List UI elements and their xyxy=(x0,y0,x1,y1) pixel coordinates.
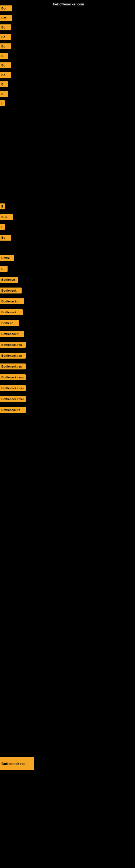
btn-28[interactable]: Bottleneck resu xyxy=(0,385,26,391)
btn-14[interactable]: | xyxy=(0,224,5,230)
btn-18[interactable]: Bottlenec xyxy=(0,277,18,283)
btn-25[interactable]: Bottleneck res xyxy=(0,352,26,359)
btn-4[interactable]: Bo xyxy=(0,34,11,40)
btn-8[interactable]: Bo xyxy=(0,72,11,78)
btn-22[interactable]: Bottlene xyxy=(0,320,19,326)
bottleneck-res-detection[interactable]: Bottleneck res xyxy=(0,757,34,770)
btn-23[interactable]: Bottleneck r xyxy=(0,331,24,337)
btn-3[interactable]: Bo xyxy=(0,24,11,30)
btn-5[interactable]: Bo xyxy=(0,43,11,50)
btn-27[interactable]: Bottleneck resu xyxy=(0,374,26,380)
btn-21[interactable]: Bottleneck xyxy=(0,309,23,315)
btn-1[interactable]: Bot xyxy=(0,5,12,11)
btn-17[interactable]: E xyxy=(0,266,8,272)
btn-10[interactable]: B xyxy=(0,91,8,97)
btn-24[interactable]: Bottleneck res xyxy=(0,342,26,348)
btn-11[interactable]: | xyxy=(0,100,5,106)
btn-15[interactable]: Bo xyxy=(0,235,11,241)
btn-29[interactable]: Bottleneck resu xyxy=(0,396,26,402)
btn-9[interactable]: B xyxy=(0,82,8,87)
btn-6[interactable]: B xyxy=(0,53,8,59)
btn-16[interactable]: Bottle xyxy=(0,255,14,261)
btn-2[interactable]: Bot xyxy=(0,15,12,21)
btn-20[interactable]: Bottleneck r xyxy=(0,299,24,304)
btn-12[interactable]: E xyxy=(0,204,5,209)
btn-30[interactable]: Bottleneck re xyxy=(0,407,26,413)
site-title: TheBottlenecker.com xyxy=(51,2,84,6)
btn-7[interactable]: Bo xyxy=(0,62,11,68)
btn-19[interactable]: Bottleneck xyxy=(0,287,21,293)
btn-13[interactable]: Bott xyxy=(0,214,13,220)
btn-26[interactable]: Bottleneck res xyxy=(0,364,26,369)
